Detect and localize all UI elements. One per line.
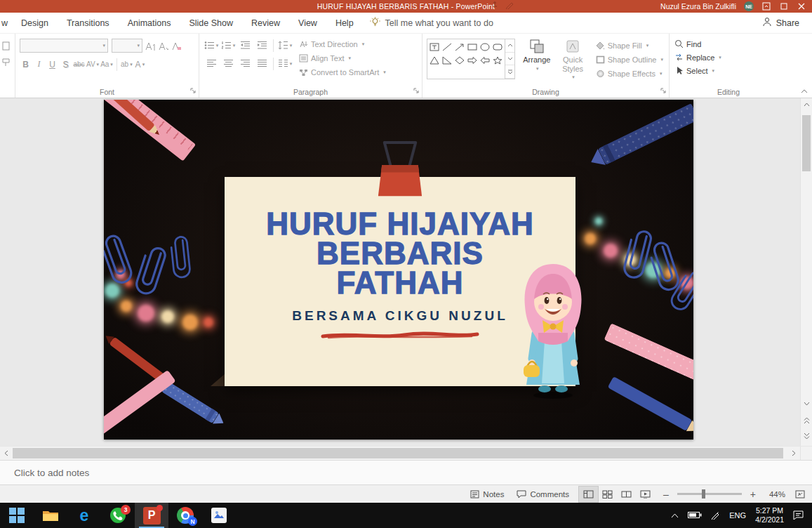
replace-button[interactable]: Replace bbox=[673, 51, 784, 64]
restore-window-icon[interactable] bbox=[779, 1, 789, 11]
find-button[interactable]: Find bbox=[673, 37, 784, 51]
highlight-color-button[interactable]: ab bbox=[121, 58, 133, 71]
fit-slide-to-window-button[interactable] bbox=[792, 488, 808, 501]
shape-rounded-rectangle-icon[interactable] bbox=[492, 41, 503, 53]
convert-to-smartart-button[interactable]: Convert to SmartArt bbox=[298, 65, 387, 79]
tab-view[interactable]: View bbox=[289, 13, 326, 34]
shape-arrow-icon[interactable] bbox=[454, 41, 465, 53]
account-avatar[interactable]: NE bbox=[744, 1, 754, 11]
font-dialog-launcher-icon[interactable] bbox=[190, 87, 197, 95]
normal-view-button[interactable] bbox=[579, 487, 598, 502]
font-size-combobox[interactable] bbox=[112, 39, 142, 53]
columns-button[interactable] bbox=[277, 57, 293, 70]
shrink-font-button[interactable] bbox=[157, 39, 169, 53]
signed-in-user[interactable]: Nuzul Ezura Bin Zulkifli bbox=[660, 2, 736, 11]
notes-pane[interactable]: Click to add notes bbox=[0, 460, 812, 484]
text-direction-button[interactable]: Text Direction bbox=[298, 37, 387, 51]
shape-right-triangle-icon[interactable] bbox=[441, 55, 453, 66]
drawing-dialog-launcher-icon[interactable] bbox=[660, 87, 667, 95]
quick-styles-button[interactable]: QuickStyles bbox=[555, 39, 590, 81]
shape-effects-button[interactable]: Shape Effects bbox=[594, 67, 665, 80]
slide-canvas[interactable]: HURUF HIJAIYAH BERBARIS FATHAH BERSAMA C… bbox=[104, 100, 693, 440]
close-window-icon[interactable] bbox=[797, 1, 806, 11]
arrange-button[interactable]: Arrange bbox=[519, 39, 554, 73]
show-hidden-icons-chevron[interactable] bbox=[671, 511, 679, 520]
bullets-button[interactable] bbox=[204, 39, 219, 52]
zoom-slider-thumb[interactable] bbox=[702, 489, 705, 499]
notes-placeholder[interactable]: Click to add notes bbox=[14, 468, 89, 478]
font-color-button[interactable]: A bbox=[134, 58, 146, 71]
tab-review[interactable]: Review bbox=[242, 13, 289, 34]
shape-rectangle-icon[interactable] bbox=[467, 41, 478, 53]
shape-line-icon[interactable] bbox=[441, 41, 453, 53]
character-spacing-button[interactable]: AV bbox=[86, 58, 99, 71]
horizontal-scroll-thumb[interactable] bbox=[13, 448, 783, 458]
app-taskbar-icon[interactable] bbox=[202, 503, 236, 528]
grow-font-button[interactable] bbox=[144, 39, 156, 53]
scroll-left-icon[interactable] bbox=[0, 447, 12, 460]
select-button[interactable]: Select bbox=[673, 64, 784, 77]
action-center-icon[interactable] bbox=[793, 510, 804, 521]
vertical-scroll-thumb[interactable] bbox=[802, 115, 811, 171]
gallery-more-icon[interactable] bbox=[505, 65, 514, 79]
edge-taskbar-icon[interactable]: e bbox=[67, 503, 101, 528]
change-case-button[interactable]: Aa bbox=[100, 58, 113, 71]
tab-draw-partial[interactable]: w bbox=[0, 13, 12, 34]
chrome-taskbar-icon[interactable]: N bbox=[168, 503, 202, 528]
clear-formatting-button[interactable] bbox=[171, 39, 182, 53]
pen-input-icon[interactable] bbox=[711, 510, 720, 521]
scroll-right-icon[interactable] bbox=[787, 447, 799, 460]
shape-triangle-icon[interactable] bbox=[429, 55, 440, 66]
text-shadow-button[interactable]: S bbox=[60, 58, 72, 71]
scroll-up-icon[interactable] bbox=[801, 99, 812, 110]
font-name-combobox[interactable] bbox=[20, 39, 108, 53]
tab-design[interactable]: Design bbox=[12, 13, 58, 34]
shape-oval-icon[interactable] bbox=[479, 41, 491, 53]
zoom-out-button[interactable]: – bbox=[662, 489, 670, 500]
format-painter-partial-icon[interactable] bbox=[1, 58, 10, 67]
shape-textbox-icon[interactable] bbox=[429, 41, 440, 53]
collapse-ribbon-icon[interactable] bbox=[801, 86, 808, 95]
whatsapp-taskbar-icon[interactable]: 3 bbox=[101, 503, 135, 528]
start-button[interactable] bbox=[0, 503, 34, 528]
align-center-button[interactable] bbox=[220, 57, 236, 70]
shape-left-arrow-icon[interactable] bbox=[479, 55, 491, 66]
align-text-button[interactable]: Align Text bbox=[298, 51, 387, 65]
underline-button[interactable]: U bbox=[46, 58, 58, 71]
tell-me-box[interactable]: Tell me what you want to do bbox=[370, 17, 493, 29]
notes-toggle-button[interactable]: Notes bbox=[467, 488, 507, 501]
increase-indent-button[interactable] bbox=[254, 39, 269, 52]
tab-transitions[interactable]: Transitions bbox=[58, 13, 119, 34]
align-right-button[interactable] bbox=[237, 57, 253, 70]
scroll-down-icon[interactable] bbox=[801, 398, 812, 409]
slide-sorter-view-button[interactable] bbox=[598, 487, 617, 502]
next-slide-button[interactable] bbox=[801, 430, 812, 442]
slide-show-button[interactable] bbox=[636, 487, 655, 502]
paragraph-dialog-launcher-icon[interactable] bbox=[413, 87, 420, 95]
shape-diamond-icon[interactable] bbox=[454, 55, 465, 66]
italic-button[interactable]: I bbox=[33, 58, 45, 71]
clipboard-partial-icon[interactable] bbox=[1, 41, 10, 51]
zoom-level[interactable]: 44% bbox=[764, 490, 785, 499]
previous-slide-button[interactable] bbox=[801, 415, 812, 426]
share-button[interactable]: Share bbox=[762, 17, 812, 29]
shape-outline-button[interactable]: Shape Outline bbox=[594, 53, 665, 66]
strikethrough-button[interactable]: abc bbox=[73, 58, 85, 71]
justify-button[interactable] bbox=[254, 57, 269, 70]
decrease-indent-button[interactable] bbox=[237, 39, 253, 52]
taskbar-clock[interactable]: 5:27 PM 4/2/2021 bbox=[755, 506, 784, 524]
shape-right-arrow-icon[interactable] bbox=[467, 55, 478, 66]
line-spacing-button[interactable] bbox=[277, 39, 293, 52]
zoom-in-button[interactable]: + bbox=[749, 489, 757, 500]
numbering-button[interactable] bbox=[220, 39, 236, 52]
ribbon-display-options-icon[interactable] bbox=[761, 1, 771, 11]
file-explorer-taskbar-icon[interactable] bbox=[34, 503, 67, 528]
shape-fill-button[interactable]: Shape Fill bbox=[594, 39, 665, 52]
shape-star-icon[interactable] bbox=[492, 55, 503, 66]
battery-icon[interactable] bbox=[688, 511, 702, 520]
reading-view-button[interactable] bbox=[617, 487, 636, 502]
powerpoint-taskbar-icon[interactable]: P bbox=[135, 503, 168, 528]
language-indicator[interactable]: ENG bbox=[729, 511, 746, 520]
vertical-scrollbar[interactable] bbox=[800, 98, 812, 446]
zoom-slider[interactable] bbox=[677, 493, 742, 495]
